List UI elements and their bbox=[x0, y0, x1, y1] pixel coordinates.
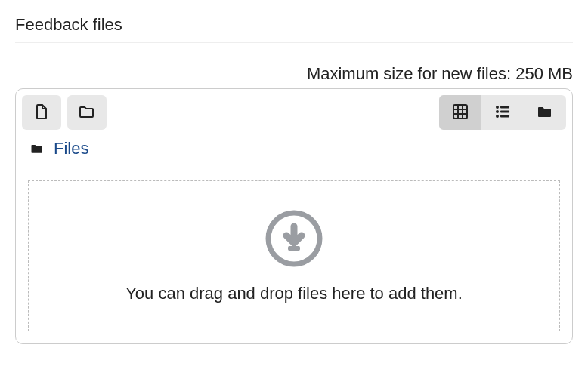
dropzone-wrapper: You can drag and drop files here to add … bbox=[16, 168, 572, 343]
grid-icon bbox=[451, 103, 469, 123]
breadcrumb: Files bbox=[16, 136, 572, 168]
svg-rect-8 bbox=[500, 110, 509, 112]
view-mode-group bbox=[439, 95, 566, 130]
file-manager: Files You can drag and drop files here t… bbox=[15, 88, 573, 344]
file-icon bbox=[32, 103, 51, 123]
folder-outline-icon bbox=[78, 103, 96, 123]
file-toolbar bbox=[16, 89, 572, 136]
svg-point-7 bbox=[496, 110, 499, 113]
svg-point-5 bbox=[496, 106, 499, 109]
max-size-hint: Maximum size for new files: 250 MB bbox=[15, 64, 573, 84]
view-details-button[interactable] bbox=[481, 95, 524, 130]
folder-solid-icon bbox=[536, 103, 554, 123]
svg-rect-6 bbox=[500, 106, 509, 108]
toolbar-right-group bbox=[439, 95, 566, 130]
list-icon bbox=[494, 103, 512, 123]
create-folder-button[interactable] bbox=[67, 95, 107, 130]
svg-point-9 bbox=[496, 115, 499, 118]
view-icons-button[interactable] bbox=[439, 95, 481, 130]
download-circle-icon bbox=[264, 208, 324, 269]
file-dropzone[interactable]: You can drag and drop files here to add … bbox=[28, 180, 560, 331]
svg-rect-0 bbox=[453, 105, 467, 119]
dropzone-message: You can drag and drop files here to add … bbox=[125, 284, 463, 303]
view-tree-button[interactable] bbox=[524, 95, 566, 130]
svg-rect-10 bbox=[500, 115, 509, 117]
breadcrumb-root-link[interactable]: Files bbox=[54, 139, 88, 159]
svg-rect-12 bbox=[288, 246, 300, 251]
folder-solid-icon bbox=[29, 141, 45, 156]
toolbar-left-group bbox=[22, 95, 107, 130]
add-file-button[interactable] bbox=[22, 95, 61, 130]
section-title: Feedback files bbox=[15, 15, 573, 43]
